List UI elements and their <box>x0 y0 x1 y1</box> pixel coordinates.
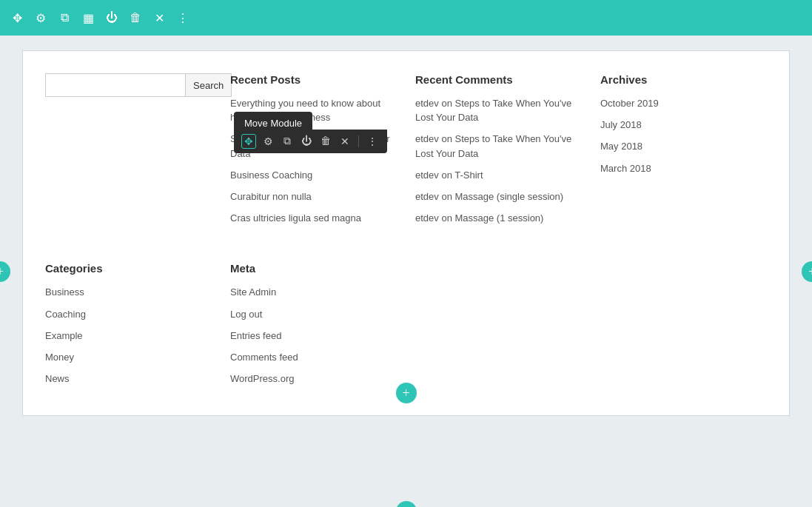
list-item: May 2018 <box>600 139 748 153</box>
archive-link[interactable]: May 2018 <box>600 141 642 152</box>
list-item: etdev on Steps to Take When You've Lost … <box>415 132 585 160</box>
comment-link[interactable]: etdev on Steps to Take When You've Lost … <box>415 133 571 158</box>
recent-comments-list: etdev on Steps to Take When You've Lost … <box>415 96 585 225</box>
meta-link[interactable]: WordPress.org <box>230 373 294 384</box>
archives-list: October 2019 July 2018 May 2018 March 20… <box>600 96 748 175</box>
module-move-icon[interactable]: ✥ <box>241 134 256 149</box>
category-link[interactable]: News <box>45 373 70 384</box>
list-item: Business Coaching <box>230 168 400 182</box>
list-item: Log out <box>230 307 400 321</box>
search-button[interactable]: Search <box>186 73 232 97</box>
power-icon[interactable]: ⏻ <box>104 10 120 26</box>
categories-title: Categories <box>45 262 215 275</box>
module-duplicate-icon[interactable]: ⧉ <box>280 134 295 149</box>
list-item: Coaching <box>45 307 215 321</box>
meta-title: Meta <box>230 262 400 275</box>
meta-link[interactable]: Entries feed <box>230 330 281 341</box>
list-item: WordPress.org <box>230 372 400 386</box>
list-item: Business <box>45 285 215 299</box>
category-link[interactable]: Money <box>45 352 74 363</box>
bottom-section: Categories Business Coaching Example Mon… <box>45 262 767 393</box>
empty-column <box>415 262 767 393</box>
list-item: Comments feed <box>230 350 400 364</box>
comment-link[interactable]: etdev on Massage (1 session) <box>415 212 543 224</box>
comment-link[interactable]: etdev on T-Shirt <box>415 169 483 181</box>
archives-widget: Archives October 2019 July 2018 May 2018… <box>600 73 748 232</box>
content-card: Move Module ✥ ⚙ ⧉ ⏻ 🗑 ✕ ⋮ Search R <box>22 50 790 416</box>
module-toolbar[interactable]: ✥ ⚙ ⧉ ⏻ 🗑 ✕ ⋮ <box>234 130 387 153</box>
archive-link[interactable]: March 2018 <box>600 163 651 174</box>
recent-posts-title: Recent Posts <box>230 73 400 86</box>
post-link[interactable]: Cras ultricies ligula sed magna <box>230 212 361 224</box>
list-item: Example <box>45 329 215 343</box>
category-link[interactable]: Example <box>45 330 83 341</box>
post-link[interactable]: Business Coaching <box>230 169 312 181</box>
list-item: Money <box>45 350 215 364</box>
list-item: etdev on Massage (1 session) <box>415 211 585 225</box>
archives-title: Archives <box>600 73 748 86</box>
list-item: Entries feed <box>230 329 400 343</box>
meta-list: Site Admin Log out Entries feed Comments… <box>230 285 400 386</box>
module-settings-icon[interactable]: ⚙ <box>261 134 275 149</box>
recent-comments-title: Recent Comments <box>415 73 585 86</box>
post-link[interactable]: Curabitur non nulla <box>230 191 312 202</box>
add-section-right-button[interactable]: + <box>802 261 812 282</box>
module-trash-icon[interactable]: 🗑 <box>318 134 333 149</box>
list-item: News <box>45 372 215 386</box>
search-widget: Search <box>45 73 215 232</box>
archive-link[interactable]: October 2019 <box>600 98 659 109</box>
comment-link[interactable]: etdev on Massage (single session) <box>415 191 563 202</box>
list-item: Site Admin <box>230 285 400 299</box>
categories-widget: Categories Business Coaching Example Mon… <box>45 262 215 393</box>
main-area: + + Move Module ✥ ⚙ ⧉ ⏻ 🗑 ✕ ⋮ Search <box>0 36 812 507</box>
top-section: Search Recent Posts Everything you need … <box>45 73 767 232</box>
more-icon[interactable]: ⋮ <box>175 10 191 26</box>
list-item: etdev on Steps to Take When You've Lost … <box>415 96 585 124</box>
toolbar-divider <box>358 135 359 147</box>
archive-link[interactable]: July 2018 <box>600 119 642 130</box>
move-icon[interactable]: ✥ <box>9 10 25 26</box>
top-toolbar[interactable]: ✥ ⚙ ⧉ ▦ ⏻ 🗑 ✕ ⋮ <box>0 0 812 36</box>
settings-icon[interactable]: ⚙ <box>33 10 49 26</box>
recent-comments-widget: Recent Comments etdev on Steps to Take W… <box>415 73 585 232</box>
columns-icon[interactable]: ▦ <box>80 10 96 26</box>
add-section-bottom-button[interactable]: + <box>396 501 417 507</box>
list-item: March 2018 <box>600 161 748 175</box>
module-close-icon[interactable]: ✕ <box>338 134 352 149</box>
list-item: etdev on Massage (single session) <box>415 189 585 204</box>
list-item: Cras ultricies ligula sed magna <box>230 211 400 225</box>
close-icon[interactable]: ✕ <box>151 10 167 26</box>
module-more-icon[interactable]: ⋮ <box>365 134 380 149</box>
list-item: etdev on T-Shirt <box>415 168 585 182</box>
categories-list: Business Coaching Example Money News <box>45 285 215 386</box>
module-power-icon[interactable]: ⏻ <box>299 134 314 149</box>
list-item: October 2019 <box>600 96 748 110</box>
trash-icon[interactable]: 🗑 <box>127 10 144 26</box>
list-item: Curabitur non nulla <box>230 189 400 204</box>
meta-link[interactable]: Site Admin <box>230 286 276 298</box>
category-link[interactable]: Business <box>45 286 84 298</box>
meta-link[interactable]: Comments feed <box>230 352 298 363</box>
add-section-left-button[interactable]: + <box>0 261 10 282</box>
list-item: July 2018 <box>600 118 748 132</box>
search-input[interactable] <box>45 73 186 97</box>
duplicate-icon[interactable]: ⧉ <box>56 10 73 26</box>
meta-widget: Meta Site Admin Log out Entries feed Com… <box>230 262 400 393</box>
add-row-bottom-button[interactable]: + <box>396 383 417 403</box>
category-link[interactable]: Coaching <box>45 309 86 320</box>
comment-link[interactable]: etdev on Steps to Take When You've Lost … <box>415 98 571 123</box>
meta-link[interactable]: Log out <box>230 309 262 320</box>
